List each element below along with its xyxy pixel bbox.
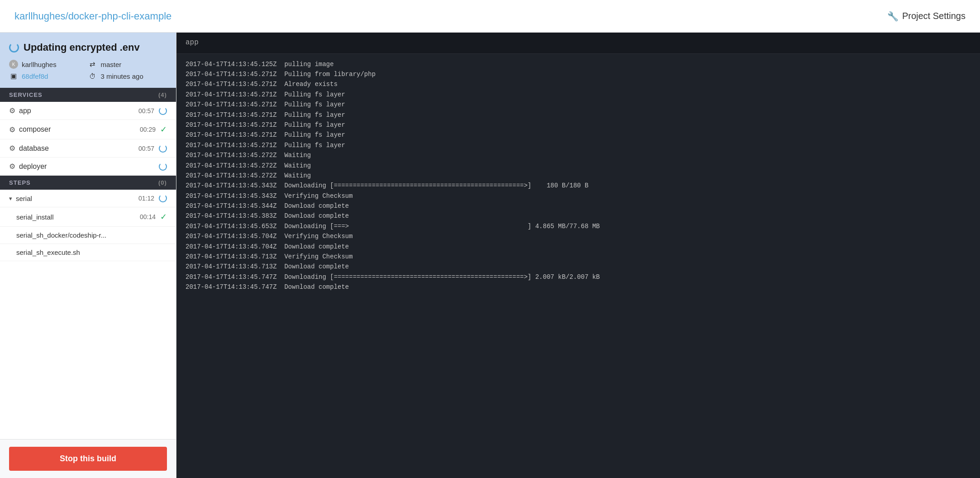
step-status-spinning-serial [159,194,167,202]
step-item-serial-sh-execute[interactable]: serial_sh_execute.sh [0,244,176,261]
service-time-database: 00:57 [138,145,154,152]
step-item-serial-install[interactable]: serial_install 00:14 ✓ [0,207,176,227]
service-name-composer: composer [19,125,140,134]
project-settings-label: Project Settings [902,11,966,21]
build-commit-item: ▣ 68dfef8d [9,72,88,81]
step-name-serial-sh-execute: serial_sh_execute.sh [16,249,162,256]
step-name-serial-sh-docker: serial_sh_docker/codeship-r... [16,231,162,239]
service-status-spinning-database [159,144,167,153]
sidebar: Updating encrypted .env K karllhughes ⇄ … [0,33,176,478]
log-line: 2017-04-17T14:13:45.271Z Pulling from li… [186,69,971,79]
wrench-icon: 🔧 [887,11,899,22]
log-line: 2017-04-17T14:13:45.125Z pulling image [186,59,971,69]
console-header: app [176,33,980,54]
log-line: 2017-04-17T14:13:45.271Z Pulling fs laye… [186,100,971,110]
service-plugin-icon: ⚙ [9,125,15,134]
clock-icon: ⏱ [88,72,97,81]
step-time-serial-install: 00:14 [140,213,156,220]
stop-build-button[interactable]: Stop this build [9,447,167,471]
build-title-row: Updating encrypted .env [9,42,167,53]
step-name-serial-install: serial_install [16,213,140,221]
build-meta: K karllhughes ⇄ master ▣ 68dfef8d ⏱ 3 mi… [9,60,167,81]
build-header: Updating encrypted .env K karllhughes ⇄ … [0,33,176,88]
commit-icon: ▣ [9,72,18,81]
log-line: 2017-04-17T14:13:45.272Z Waiting [186,161,971,171]
log-line: 2017-04-17T14:13:45.704Z Verifying Check… [186,231,971,241]
service-list: ⚙ app 00:57 ⚙ composer 00:29 ✓ ⚙ databas… [0,102,176,176]
steps-label: STEPS [9,179,31,186]
stop-btn-container: Stop this build [0,439,176,478]
step-status-check-serial-install: ✓ [160,212,167,222]
log-line: 2017-04-17T14:13:45.271Z Pulling fs laye… [186,110,971,120]
project-settings-button[interactable]: 🔧 Project Settings [887,11,966,22]
step-item-serial-sh-docker[interactable]: serial_sh_docker/codeship-r... [0,227,176,244]
log-line: 2017-04-17T14:13:45.383Z Download comple… [186,211,971,221]
top-header: karllhughes/docker-php-cli-example 🔧 Pro… [0,0,980,33]
log-line: 2017-04-17T14:13:45.704Z Download comple… [186,242,971,252]
log-line: 2017-04-17T14:13:45.713Z Download comple… [186,262,971,272]
build-spinner-icon [9,43,19,53]
build-user: karllhughes [22,61,57,68]
step-time-serial: 01:12 [138,195,154,202]
log-line: 2017-04-17T14:13:45.271Z Pulling fs laye… [186,130,971,140]
console-service-label: app [186,38,199,47]
log-line: 2017-04-17T14:13:45.343Z Verifying Check… [186,191,971,201]
log-line: 2017-04-17T14:13:45.343Z Downloading [==… [186,181,971,191]
user-avatar: K [9,60,18,69]
services-count: (4) [158,91,167,98]
steps-list: ▾ serial 01:12 serial_install 00:14 ✓ se… [0,190,176,439]
services-label: SERVICES [9,91,43,98]
service-item-composer[interactable]: ⚙ composer 00:29 ✓ [0,120,176,139]
service-time-composer: 00:29 [140,126,156,133]
services-section-header: SERVICES (4) [0,88,176,102]
service-plugin-icon: ⚙ [9,162,15,171]
service-item-deployer[interactable]: ⚙ deployer [0,158,176,176]
repo-link[interactable]: karllhughes/docker-php-cli-example [14,10,171,22]
build-commit[interactable]: 68dfef8d [22,72,48,80]
log-line: 2017-04-17T14:13:45.271Z Pulling fs laye… [186,140,971,150]
service-item-app[interactable]: ⚙ app 00:57 [0,102,176,120]
log-line: 2017-04-17T14:13:45.271Z Pulling fs laye… [186,90,971,100]
build-branch: master [101,61,122,68]
log-line: 2017-04-17T14:13:45.272Z Waiting [186,171,971,181]
build-title: Updating encrypted .env [24,42,140,53]
steps-count: (0) [158,179,167,186]
service-name-app: app [19,107,138,115]
chevron-down-icon: ▾ [9,195,12,202]
branch-icon: ⇄ [88,60,97,69]
log-line: 2017-04-17T14:13:45.271Z Already exists [186,79,971,89]
build-user-item: K karllhughes [9,60,88,69]
log-line: 2017-04-17T14:13:45.747Z Download comple… [186,282,971,292]
service-name-database: database [19,144,138,153]
log-line: 2017-04-17T14:13:45.653Z Downloading [==… [186,221,971,231]
steps-section-header: STEPS (0) [0,176,176,190]
step-name-serial: serial [16,195,138,202]
step-item-serial[interactable]: ▾ serial 01:12 [0,190,176,207]
service-plugin-icon: ⚙ [9,144,15,153]
service-time-app: 00:57 [138,107,154,115]
console-body: 2017-04-17T14:13:45.125Z pulling image20… [176,54,980,298]
service-status-check-composer: ✓ [160,124,167,134]
main-container: Updating encrypted .env K karllhughes ⇄ … [0,33,980,478]
log-line: 2017-04-17T14:13:45.747Z Downloading [==… [186,272,971,282]
log-line: 2017-04-17T14:13:45.272Z Waiting [186,150,971,160]
service-item-database[interactable]: ⚙ database 00:57 [0,139,176,158]
build-time-item: ⏱ 3 minutes ago [88,72,167,81]
build-branch-item: ⇄ master [88,60,167,69]
log-line: 2017-04-17T14:13:45.344Z Download comple… [186,201,971,211]
build-time-ago: 3 minutes ago [101,72,143,80]
service-plugin-icon: ⚙ [9,106,15,115]
service-status-spinning-app [159,107,167,115]
log-line: 2017-04-17T14:13:45.271Z Pulling fs laye… [186,120,971,130]
log-line: 2017-04-17T14:13:45.713Z Verifying Check… [186,252,971,262]
service-name-deployer: deployer [19,163,154,171]
service-status-spinning-deployer [159,163,167,171]
console-panel[interactable]: app 2017-04-17T14:13:45.125Z pulling ima… [176,33,980,478]
